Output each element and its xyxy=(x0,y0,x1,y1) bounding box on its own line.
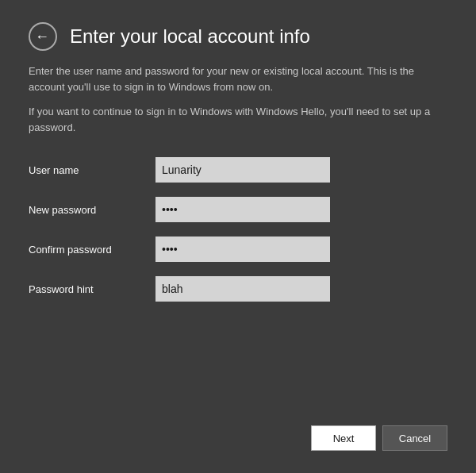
page-title: Enter your local account info xyxy=(70,25,310,48)
new-password-input[interactable] xyxy=(155,197,330,222)
header: ← Enter your local account info xyxy=(29,22,447,51)
footer: Next Cancel xyxy=(29,413,447,451)
username-input[interactable] xyxy=(155,157,330,183)
password-hint-input[interactable] xyxy=(155,276,330,302)
cancel-button[interactable]: Cancel xyxy=(382,425,447,451)
new-password-row: New password xyxy=(29,197,447,222)
username-label: User name xyxy=(29,164,155,176)
new-password-label: New password xyxy=(29,204,155,216)
password-hint-row: Password hint xyxy=(29,276,447,302)
password-hint-label: Password hint xyxy=(29,283,155,295)
back-arrow-icon: ← xyxy=(35,29,49,44)
back-button[interactable]: ← xyxy=(29,22,57,51)
main-container: ← Enter your local account info Enter th… xyxy=(0,0,476,473)
form-area: User name New password Confirm password … xyxy=(29,157,447,316)
confirm-password-label: Confirm password xyxy=(29,244,155,256)
confirm-password-row: Confirm password xyxy=(29,236,447,262)
description-line2: If you want to continue to sign in to Wi… xyxy=(29,104,447,135)
next-button[interactable]: Next xyxy=(311,425,376,451)
description-line1: Enter the user name and password for you… xyxy=(29,63,447,94)
username-row: User name xyxy=(29,157,447,183)
confirm-password-input[interactable] xyxy=(155,236,330,262)
